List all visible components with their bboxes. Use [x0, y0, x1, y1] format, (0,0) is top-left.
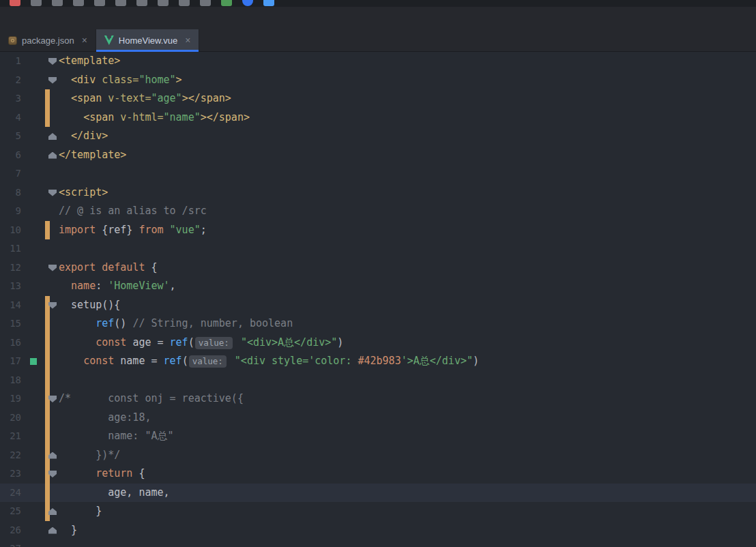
gutter[interactable]: 13 [0, 277, 59, 296]
line-number[interactable]: 27 [0, 539, 21, 547]
gutter[interactable]: 19 [0, 389, 59, 409]
gutter[interactable]: 4 [0, 108, 59, 128]
code-line-6[interactable]: 6</template> [0, 146, 756, 165]
code-editor[interactable]: 1<template>2 <div class="home">3 <span v… [0, 52, 756, 547]
line-number[interactable]: 25 [0, 502, 21, 521]
gutter[interactable]: 5 [0, 127, 59, 146]
code-line-5[interactable]: 5 </div> [0, 127, 756, 146]
fold-open-icon[interactable] [48, 265, 57, 271]
tab-homeview-vue[interactable]: HomeView.vue × [96, 29, 200, 51]
gutter[interactable]: 22 [0, 446, 59, 465]
code-text[interactable]: /* const onj = reactive({ [59, 389, 756, 409]
line-number[interactable]: 3 [0, 89, 21, 108]
code-line-17[interactable]: 17 const name = ref(value: "<div style='… [0, 352, 756, 371]
line-number[interactable]: 14 [0, 296, 21, 315]
gutter[interactable]: 27 [0, 539, 59, 547]
code-line-11[interactable]: 11 [0, 239, 756, 258]
code-text[interactable]: return { [59, 464, 756, 484]
gutter[interactable]: 2 [0, 71, 59, 90]
code-line-27[interactable]: 27 [0, 539, 756, 547]
code-text[interactable]: })*/ [59, 446, 756, 465]
code-line-18[interactable]: 18 [0, 371, 756, 390]
code-line-16[interactable]: 16 const age = ref(value: "<div>A总</div>… [0, 334, 756, 353]
line-number[interactable]: 17 [0, 352, 21, 371]
line-number[interactable]: 7 [0, 164, 21, 183]
gutter[interactable]: 12 [0, 258, 59, 278]
code-text[interactable]: </div> [59, 127, 756, 146]
toolbar-icon-gray-5[interactable] [136, 0, 147, 6]
line-number[interactable]: 11 [0, 239, 21, 258]
tab-close-icon[interactable]: × [185, 35, 190, 46]
gutter[interactable]: 24 [0, 484, 59, 503]
toolbar-icon-blue-x[interactable] [263, 0, 274, 6]
line-number[interactable]: 10 [0, 221, 21, 240]
line-number[interactable]: 24 [0, 484, 21, 503]
gutter[interactable]: 16 [0, 334, 59, 353]
toolbar-icon-gray-2[interactable] [73, 0, 84, 6]
gutter[interactable]: 8 [0, 183, 59, 203]
line-number[interactable]: 5 [0, 127, 21, 146]
toolbar-icon-gray-3[interactable] [94, 0, 105, 6]
toolbar-icon-gray-8[interactable] [200, 0, 211, 6]
code-line-14[interactable]: 14 setup(){ [0, 296, 756, 315]
code-text[interactable]: import {ref} from "vue"; [59, 221, 756, 240]
line-number[interactable]: 20 [0, 409, 21, 428]
line-number[interactable]: 4 [0, 108, 21, 128]
fold-close-icon[interactable] [48, 133, 57, 140]
code-text[interactable]: const age = ref(value: "<div>A总</div>") [59, 334, 756, 353]
fold-close-icon[interactable] [48, 152, 57, 159]
gutter[interactable]: 14 [0, 296, 59, 315]
gutter[interactable]: 15 [0, 314, 59, 334]
fold-open-icon[interactable] [48, 58, 57, 65]
code-line-21[interactable]: 21 name: "A总" [0, 427, 756, 446]
code-text[interactable] [59, 164, 756, 183]
line-number[interactable]: 8 [0, 183, 21, 203]
line-number[interactable]: 12 [0, 258, 21, 278]
code-line-9[interactable]: 9// @ is an alias to /src [0, 202, 756, 221]
tab-package-json[interactable]: package.json × [0, 29, 96, 51]
code-text[interactable]: <template> [59, 52, 756, 71]
code-line-3[interactable]: 3 <span v-text="age"></span> [0, 89, 756, 108]
gutter[interactable]: 17 [0, 352, 59, 371]
code-text[interactable]: age, name, [59, 484, 756, 503]
code-line-4[interactable]: 4 <span v-html="name"></span> [0, 108, 756, 128]
line-number[interactable]: 16 [0, 334, 21, 353]
fold-open-icon[interactable] [48, 77, 57, 84]
gutter[interactable]: 11 [0, 239, 59, 258]
toolbar-icon-braces[interactable] [31, 0, 42, 6]
gutter[interactable]: 3 [0, 89, 59, 108]
code-text[interactable]: export default { [59, 258, 756, 278]
toolbar-icon-gray-7[interactable] [179, 0, 190, 6]
toolbar-icon-gray-6[interactable] [158, 0, 169, 6]
line-number[interactable]: 22 [0, 446, 21, 465]
code-text[interactable]: } [59, 502, 756, 521]
toolbar-icon-red[interactable] [10, 0, 20, 6]
code-line-8[interactable]: 8<script> [0, 183, 756, 203]
line-number[interactable]: 18 [0, 371, 21, 390]
gutter[interactable]: 25 [0, 502, 59, 521]
gutter[interactable]: 26 [0, 521, 59, 540]
code-text[interactable]: age:18, [59, 409, 756, 428]
line-number[interactable]: 23 [0, 464, 21, 484]
line-number[interactable]: 21 [0, 427, 21, 446]
line-number[interactable]: 6 [0, 146, 21, 165]
line-number[interactable]: 9 [0, 202, 21, 221]
code-line-25[interactable]: 25 } [0, 502, 756, 521]
code-text[interactable] [59, 239, 756, 258]
code-text[interactable]: <span v-html="name"></span> [59, 108, 756, 128]
code-line-13[interactable]: 13 name: 'HomeView', [0, 277, 756, 296]
line-number[interactable]: 13 [0, 277, 21, 296]
code-text[interactable]: <div class="home"> [59, 71, 756, 90]
code-line-23[interactable]: 23 return { [0, 464, 756, 484]
gutter[interactable]: 9 [0, 202, 59, 221]
line-number[interactable]: 26 [0, 521, 21, 540]
toolbar-icon-gray-4[interactable] [115, 0, 126, 6]
gutter[interactable]: 1 [0, 52, 59, 71]
gutter[interactable]: 18 [0, 371, 59, 390]
tab-close-icon[interactable]: × [82, 35, 87, 46]
fold-close-icon[interactable] [48, 527, 57, 534]
line-number[interactable]: 2 [0, 71, 21, 90]
code-line-10[interactable]: 10import {ref} from "vue"; [0, 221, 756, 240]
gutter[interactable]: 6 [0, 146, 59, 165]
gutter[interactable]: 20 [0, 409, 59, 428]
